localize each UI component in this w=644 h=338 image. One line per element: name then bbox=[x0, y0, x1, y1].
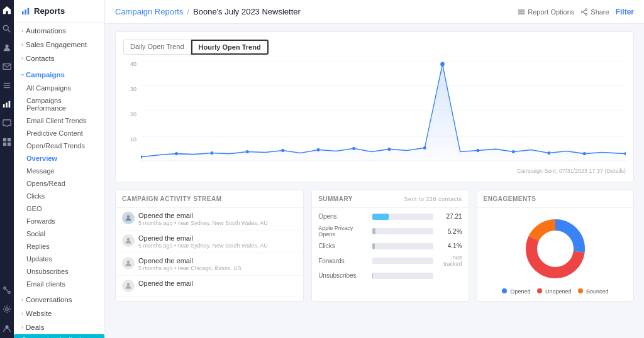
summary-bar bbox=[372, 228, 375, 234]
sidebar-sub-unsubscribes[interactable]: Unsubscribes bbox=[14, 265, 104, 278]
donut-svg bbox=[521, 214, 590, 283]
legend-dot-opened bbox=[502, 288, 507, 293]
icon-bar bbox=[0, 0, 14, 338]
sidebar-sub-email-client-trends[interactable]: Email Client Trends bbox=[14, 114, 104, 127]
svg-rect-8 bbox=[6, 102, 8, 107]
sidebar-item-website[interactable]: › Website bbox=[14, 307, 104, 320]
svg-rect-12 bbox=[3, 143, 6, 146]
share-btn[interactable]: Share bbox=[580, 8, 609, 16]
chevron-down-icon: › bbox=[19, 74, 26, 76]
engagements-panel: ENGAGEMENTS bbox=[477, 190, 634, 302]
sidebar-sub-updates[interactable]: Updates bbox=[14, 253, 104, 265]
nav-icon-grid[interactable] bbox=[2, 137, 12, 147]
sidebar-section-automations: › Automations › Sales Engagement › Conta… bbox=[14, 23, 104, 67]
header-actions: Report Options Share Filter bbox=[518, 8, 634, 16]
engagements-panel-header: ENGAGEMENTS bbox=[477, 190, 633, 208]
legend-opened: Opened bbox=[502, 288, 531, 295]
sidebar-sub-campaigns-performance[interactable]: Campaigns Performance bbox=[14, 94, 104, 114]
content-area: Daily Open Trend Hourly Open Trend 40 30… bbox=[105, 24, 644, 338]
summary-list: Opens 27.21 Apple Privacy Opens 5.2% bbox=[312, 208, 468, 289]
sidebar-item-campaigns[interactable]: › Campaigns bbox=[14, 68, 104, 82]
y-label-30: 30 bbox=[130, 86, 136, 92]
activity-content: Opened the email 5 months ago • near Syd… bbox=[138, 234, 297, 249]
svg-point-38 bbox=[246, 150, 249, 153]
chart-y-labels: 40 30 20 10 bbox=[123, 61, 139, 161]
sidebar-section-more: › Conversations › Website › Deals Conver… bbox=[14, 292, 104, 338]
tab-daily-open-trend[interactable]: Daily Open Trend bbox=[123, 40, 191, 55]
svg-point-53 bbox=[127, 283, 130, 286]
summary-row-opens: Opens 27.21 bbox=[318, 213, 462, 220]
chevron-icon: › bbox=[21, 310, 23, 317]
svg-line-29 bbox=[584, 12, 586, 13]
activity-content: Opened the email 5 months ago • near Syd… bbox=[138, 212, 297, 226]
sidebar-item-automations[interactable]: › Automations bbox=[14, 24, 104, 38]
avatar bbox=[122, 280, 135, 292]
sidebar-sub-message[interactable]: Message bbox=[14, 165, 104, 177]
nav-icon-search[interactable] bbox=[2, 24, 12, 34]
chevron-icon: › bbox=[21, 41, 23, 48]
tab-hourly-open-trend[interactable]: Hourly Open Trend bbox=[191, 40, 269, 55]
chevron-icon: › bbox=[21, 324, 23, 330]
summary-row-apple: Apple Privacy Opens 5.2% bbox=[318, 225, 462, 237]
breadcrumb-parent[interactable]: Campaign Reports bbox=[115, 7, 183, 16]
engagements-body: Opened Unopened Bounced bbox=[477, 208, 633, 301]
report-options-btn[interactable]: Report Options bbox=[518, 8, 574, 16]
summary-bar bbox=[372, 214, 389, 220]
sidebar-item-contacts[interactable]: › Contacts bbox=[14, 52, 104, 65]
sidebar-item-sales[interactable]: › Sales Engagement bbox=[14, 38, 104, 52]
sidebar-item-conversations[interactable]: › Conversations bbox=[14, 293, 104, 307]
sidebar-sub-predictive-content[interactable]: Predictive Content bbox=[14, 127, 104, 139]
nav-icon-profile[interactable] bbox=[2, 323, 12, 333]
activity-list: Opened the email 5 months ago • near Syd… bbox=[116, 208, 303, 297]
sidebar-sub-clicks[interactable]: Clicks bbox=[14, 190, 104, 202]
nav-icon-lists[interactable] bbox=[2, 80, 12, 90]
nav-icon-integrations[interactable] bbox=[2, 285, 12, 295]
sidebar-title: Reports bbox=[34, 6, 65, 16]
svg-point-14 bbox=[4, 287, 6, 290]
sidebar-item-deals[interactable]: › Deals bbox=[14, 320, 104, 334]
svg-point-2 bbox=[5, 45, 8, 48]
nav-icon-contacts[interactable] bbox=[2, 43, 12, 53]
summary-panel: SUMMARY Sent to 228 contacts Opens 27.21… bbox=[311, 190, 469, 302]
chevron-icon: › bbox=[21, 28, 23, 34]
svg-point-40 bbox=[317, 148, 320, 151]
sidebar-sub-forwards[interactable]: Forwards bbox=[14, 215, 104, 227]
nav-icon-home[interactable] bbox=[2, 5, 12, 15]
activity-item: Opened the email bbox=[116, 276, 303, 297]
svg-point-39 bbox=[281, 149, 284, 152]
sidebar-sub-social[interactable]: Social bbox=[14, 227, 104, 240]
sidebar-item-conversion[interactable]: Conversion Attribution bbox=[14, 334, 104, 338]
svg-rect-9 bbox=[9, 101, 11, 108]
activity-item: Opened the email 5 months ago • near Syd… bbox=[116, 231, 303, 253]
top-header: Campaign Reports / Boone's July 2023 New… bbox=[105, 0, 644, 24]
nav-icon-settings[interactable] bbox=[2, 304, 12, 314]
svg-point-25 bbox=[586, 8, 587, 10]
nav-icon-reports[interactable] bbox=[2, 99, 12, 109]
sidebar-sub-overview[interactable]: Overview bbox=[14, 152, 104, 165]
summary-bar-wrap bbox=[372, 243, 433, 249]
sidebar-sub-email-clients[interactable]: Email clients bbox=[14, 278, 104, 290]
chart-sent-label: Campaign Sent: 07/31/2023 17:37 (Details… bbox=[517, 166, 626, 174]
svg-rect-19 bbox=[22, 11, 24, 14]
activity-content: Opened the email 5 months ago • near Chi… bbox=[138, 257, 297, 271]
svg-rect-7 bbox=[3, 104, 5, 107]
svg-line-1 bbox=[8, 30, 10, 32]
donut-legend: Opened Unopened Bounced bbox=[502, 288, 609, 295]
summary-bar bbox=[372, 243, 375, 249]
filter-btn[interactable]: Filter bbox=[616, 8, 634, 16]
svg-point-41 bbox=[352, 147, 355, 150]
nav-icon-email[interactable] bbox=[2, 62, 12, 72]
chevron-icon: › bbox=[21, 55, 23, 62]
sidebar-sub-all-campaigns[interactable]: All Campaigns bbox=[14, 82, 104, 94]
summary-bar-wrap bbox=[372, 214, 433, 220]
sidebar-section-campaigns: › Campaigns All Campaigns Campaigns Perf… bbox=[14, 67, 104, 292]
sidebar-sub-open-read-trends[interactable]: Open/Read Trends bbox=[14, 139, 104, 152]
y-label-40: 40 bbox=[130, 61, 136, 67]
svg-point-48 bbox=[583, 152, 586, 155]
sidebar-sub-geo[interactable]: GEO bbox=[14, 202, 104, 215]
summary-row-clicks: Clicks 4.1% bbox=[318, 243, 462, 249]
sidebar-header: Reports bbox=[14, 0, 104, 23]
nav-icon-chat[interactable] bbox=[2, 118, 12, 128]
sidebar-sub-opens-read[interactable]: Opens/Read bbox=[14, 177, 104, 190]
sidebar-sub-replies[interactable]: Replies bbox=[14, 240, 104, 253]
